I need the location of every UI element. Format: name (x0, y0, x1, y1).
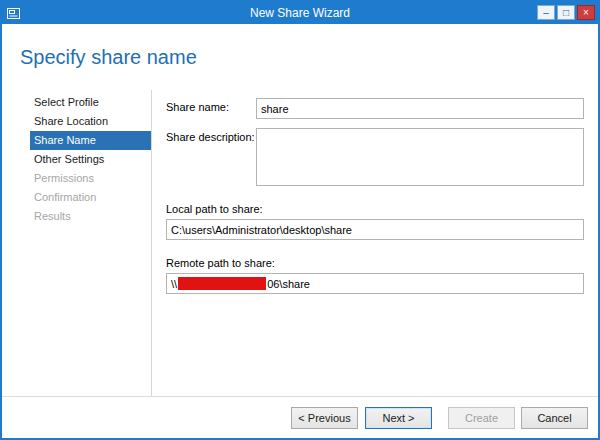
heading-area: Specify share name (2, 24, 598, 90)
wizard-content: Select Profile Share Location Share Name… (2, 90, 598, 396)
sidebar-item-other-settings[interactable]: Other Settings (30, 150, 151, 169)
previous-button[interactable]: < Previous (291, 407, 358, 429)
close-button[interactable]: × (577, 5, 595, 20)
share-name-form: Share name: Share description: Local pat… (152, 90, 598, 396)
redacted-server-name (178, 277, 266, 290)
sidebar-item-results: Results (30, 207, 151, 226)
share-name-input[interactable] (256, 98, 584, 119)
sidebar-item-select-profile[interactable]: Select Profile (30, 93, 151, 112)
sidebar-item-share-location[interactable]: Share Location (30, 112, 151, 131)
minimize-button[interactable]: – (537, 5, 555, 20)
sidebar-item-share-name[interactable]: Share Name (30, 131, 151, 150)
page-title: Specify share name (20, 46, 598, 69)
create-button: Create (448, 407, 515, 429)
remote-path-input[interactable]: \\ 06\share (166, 273, 584, 294)
next-button[interactable]: Next > (365, 407, 432, 429)
wizard-footer: < Previous Next > Create Cancel (2, 396, 598, 438)
maximize-button[interactable]: □ (557, 5, 575, 20)
new-share-wizard-window: New Share Wizard – □ × Specify share nam… (0, 0, 600, 440)
remote-path-label: Remote path to share: (166, 257, 584, 269)
sidebar-item-permissions: Permissions (30, 169, 151, 188)
local-path-input[interactable] (166, 219, 584, 240)
wizard-app-icon (7, 8, 20, 19)
share-description-textarea[interactable] (256, 128, 584, 186)
remote-path-prefix: \\ (171, 278, 177, 290)
titlebar[interactable]: New Share Wizard – □ × (2, 2, 598, 24)
window-title: New Share Wizard (2, 2, 598, 24)
remote-path-suffix: 06\share (267, 278, 310, 290)
window-controls: – □ × (537, 5, 595, 20)
local-path-label: Local path to share: (166, 203, 584, 215)
wizard-steps-sidebar: Select Profile Share Location Share Name… (2, 90, 152, 396)
share-name-label: Share name: (166, 98, 256, 119)
cancel-button[interactable]: Cancel (521, 407, 588, 429)
sidebar-item-confirmation: Confirmation (30, 188, 151, 207)
share-description-label: Share description: (166, 128, 256, 186)
